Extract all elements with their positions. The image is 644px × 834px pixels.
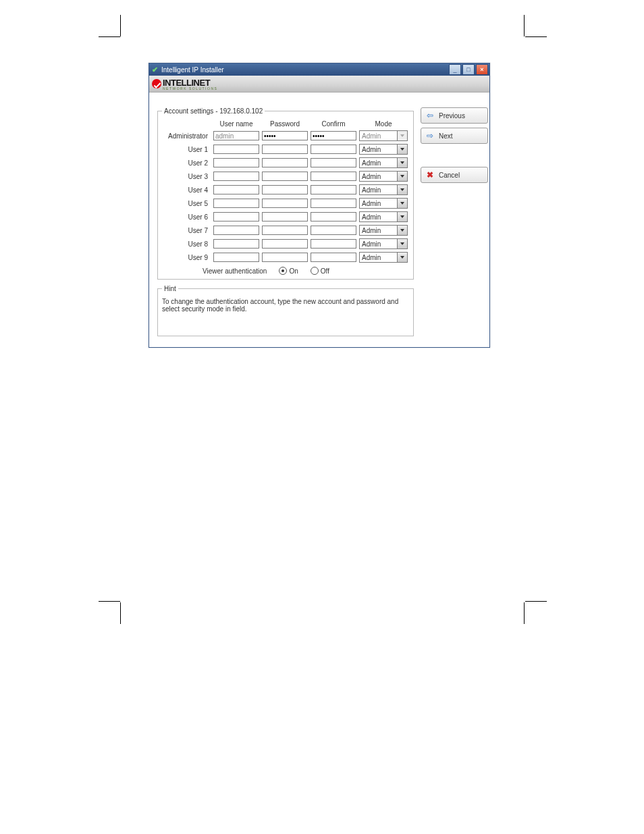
- row-label: User 2: [162, 159, 211, 167]
- mode-value: Admin: [362, 200, 381, 207]
- confirm-input[interactable]: [311, 239, 356, 249]
- confirm-input[interactable]: [311, 172, 356, 181]
- mode-select[interactable]: Admin: [359, 144, 408, 155]
- crop-mark: [524, 602, 525, 624]
- hint-legend: Hint: [162, 285, 178, 292]
- row-label: User 7: [162, 227, 211, 234]
- username-input[interactable]: [213, 212, 259, 221]
- mode-select[interactable]: Admin: [359, 198, 408, 209]
- previous-button[interactable]: ⇦ Previous: [421, 107, 488, 124]
- mode-select[interactable]: Admin: [359, 184, 408, 195]
- username-input[interactable]: [213, 199, 259, 208]
- confirm-input[interactable]: [311, 145, 356, 154]
- cancel-icon: ✖: [425, 170, 435, 180]
- minimize-button[interactable]: _: [449, 64, 461, 75]
- viewer-auth-off[interactable]: Off: [311, 267, 329, 275]
- mode-value: Admin: [362, 240, 381, 248]
- mode-value: Admin: [362, 132, 381, 140]
- chevron-down-icon: [397, 172, 407, 181]
- close-button[interactable]: ×: [476, 64, 488, 75]
- password-input[interactable]: [262, 212, 308, 221]
- viewer-auth-label: Viewer authentication: [203, 267, 267, 275]
- password-input[interactable]: [262, 199, 308, 208]
- password-input[interactable]: [262, 131, 308, 140]
- mode-select[interactable]: Admin: [359, 238, 408, 249]
- brand-mark-icon: [152, 79, 161, 88]
- maximize-button[interactable]: □: [462, 64, 475, 75]
- mode-value: Admin: [362, 254, 381, 261]
- nav-column: ⇦ Previous ⇨ Next ✖ Cancel: [421, 107, 481, 342]
- confirm-input[interactable]: [311, 158, 356, 167]
- password-input[interactable]: [262, 226, 308, 235]
- password-input[interactable]: [262, 185, 308, 194]
- client-area: Account settings - 192.168.0.102 User na…: [149, 93, 489, 347]
- row-label: User 5: [162, 200, 211, 207]
- account-settings-fieldset: Account settings - 192.168.0.102 User na…: [157, 107, 414, 280]
- col-mode: Mode: [359, 120, 408, 128]
- previous-label: Previous: [439, 112, 465, 120]
- arrow-right-icon: ⇨: [425, 131, 435, 140]
- cancel-button[interactable]: ✖ Cancel: [421, 167, 488, 183]
- crop-mark: [524, 15, 525, 36]
- hint-text: To change the authentication account, ty…: [162, 298, 409, 313]
- titlebar: ✔ Intelligent IP Installer _ □ ×: [149, 63, 489, 76]
- row-label: User 8: [162, 240, 211, 248]
- chevron-down-icon: [397, 145, 407, 154]
- brand-logo: INTELLINET NETWORK SOLUTIONS: [152, 78, 217, 90]
- mode-select[interactable]: Admin: [359, 171, 408, 182]
- confirm-input[interactable]: [311, 199, 356, 208]
- radio-off-icon: [311, 267, 319, 275]
- mode-select[interactable]: Admin: [359, 252, 408, 263]
- row-label: Administrator: [162, 132, 211, 140]
- mode-value: Admin: [362, 186, 381, 194]
- username-input[interactable]: [213, 158, 259, 167]
- mode-value: Admin: [362, 146, 381, 153]
- row-label: User 6: [162, 213, 211, 221]
- password-input[interactable]: [262, 253, 308, 262]
- confirm-input[interactable]: [311, 185, 356, 194]
- app-icon: ✔: [151, 66, 159, 74]
- chevron-down-icon: [397, 239, 407, 249]
- mode-value: Admin: [362, 159, 381, 167]
- col-confirm: Confirm: [311, 120, 356, 128]
- brand-tagline: NETWORK SOLUTIONS: [163, 86, 217, 90]
- mode-value: Admin: [362, 173, 381, 180]
- username-input[interactable]: [213, 185, 259, 194]
- chevron-down-icon: [397, 226, 407, 235]
- username-input[interactable]: [213, 239, 259, 249]
- col-password: Password: [262, 120, 308, 128]
- username-input[interactable]: [213, 145, 259, 154]
- username-input[interactable]: [213, 226, 259, 235]
- mode-value: Admin: [362, 213, 381, 221]
- crop-mark: [120, 602, 121, 624]
- accounts-grid: User name Password Confirm Mode Administ…: [162, 120, 409, 263]
- username-input[interactable]: [213, 172, 259, 181]
- crop-mark: [525, 601, 547, 602]
- chevron-down-icon: [397, 212, 407, 221]
- mode-select[interactable]: Admin: [359, 157, 408, 168]
- password-input[interactable]: [262, 158, 308, 167]
- arrow-left-icon: ⇦: [425, 111, 435, 120]
- username-input[interactable]: [213, 253, 259, 262]
- username-input: [213, 131, 259, 140]
- password-input[interactable]: [262, 239, 308, 249]
- confirm-input[interactable]: [311, 253, 356, 262]
- radio-on-label: On: [289, 267, 298, 275]
- viewer-auth-on[interactable]: On: [279, 267, 298, 275]
- chevron-down-icon: [397, 131, 407, 140]
- confirm-input[interactable]: [311, 226, 356, 235]
- confirm-input[interactable]: [311, 131, 356, 140]
- row-label: User 4: [162, 186, 211, 194]
- next-button[interactable]: ⇨ Next: [421, 128, 488, 144]
- chevron-down-icon: [397, 199, 407, 208]
- row-label: User 3: [162, 173, 211, 180]
- mode-select[interactable]: Admin: [359, 225, 408, 236]
- chevron-down-icon: [397, 158, 407, 167]
- row-label: User 9: [162, 254, 211, 261]
- mode-select[interactable]: Admin: [359, 211, 408, 222]
- col-username: User name: [213, 120, 259, 128]
- password-input[interactable]: [262, 172, 308, 181]
- confirm-input[interactable]: [311, 212, 356, 221]
- password-input[interactable]: [262, 145, 308, 154]
- account-settings-legend: Account settings - 192.168.0.102: [162, 107, 265, 115]
